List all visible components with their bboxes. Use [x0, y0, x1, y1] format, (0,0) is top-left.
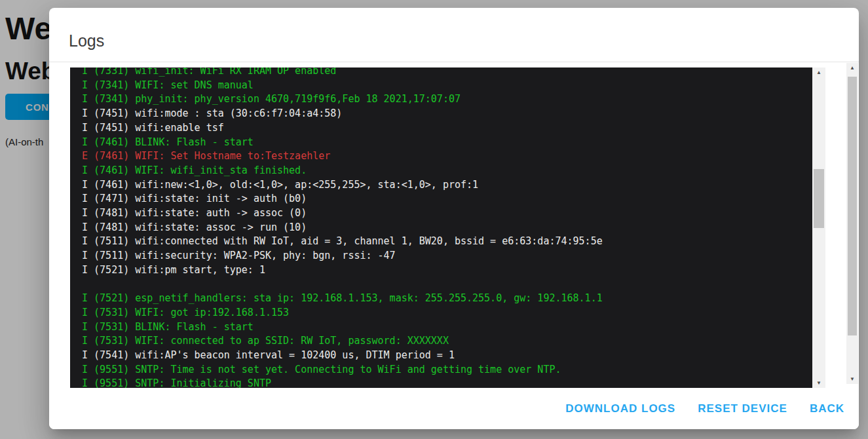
log-line: I (7461) WIFI: wifi_init_sta finished.: [82, 164, 812, 178]
log-line: I (7521) wifi:pm start, type: 1: [82, 263, 812, 278]
scroll-up-icon[interactable]: ▲: [812, 67, 825, 77]
log-line: I (7331) wifi_init: WiFi RX IRAM OP enab…: [82, 67, 812, 79]
scroll-down-icon[interactable]: ▼: [812, 378, 825, 388]
log-line: I (7451) wifi:enable tsf: [82, 121, 812, 136]
scroll-up-icon[interactable]: ▲: [846, 63, 858, 73]
log-line: I (7461) BLINK: Flash - start: [82, 136, 812, 150]
log-terminal[interactable]: I (7331) wifi_init: WiFi RX IRAM OP enab…: [70, 67, 812, 388]
log-line: I (7341) phy_init: phy_version 4670,719f…: [82, 92, 812, 107]
dialog-scrollbar-thumb[interactable]: [848, 77, 857, 335]
logs-dialog: Logs I (7331) wifi_init: WiFi RX IRAM OP…: [49, 8, 859, 429]
log-scrollbar[interactable]: ▲ ▼: [812, 67, 825, 388]
dialog-scrollbar[interactable]: ▲ ▼: [846, 63, 858, 384]
log-line: I (7521) esp_netif_handlers: sta ip: 192…: [82, 292, 812, 306]
log-line: [82, 278, 812, 292]
header-divider: [49, 62, 859, 62]
log-line: I (7451) wifi:mode : sta (30:c6:f7:04:a4…: [82, 107, 812, 121]
dialog-title: Logs: [69, 31, 104, 50]
log-line: I (7471) wifi:state: init -> auth (b0): [82, 192, 812, 206]
log-line: I (7531) WIFI: got ip:192.168.1.153: [82, 306, 812, 320]
back-button[interactable]: BACK: [810, 402, 844, 415]
log-line: I (7511) wifi:security: WPA2-PSK, phy: b…: [82, 249, 812, 263]
log-line: I (7531) WIFI: connected to ap SSID: RW …: [82, 334, 812, 349]
log-scrollbar-thumb[interactable]: [814, 169, 824, 228]
log-line: I (7531) BLINK: Flash - start: [82, 320, 812, 335]
dialog-actions: DOWNLOAD LOGS RESET DEVICE BACK: [49, 388, 859, 429]
log-line: I (7481) wifi:state: assoc -> run (10): [82, 221, 812, 235]
log-line: I (7541) wifi:AP's beacon interval = 102…: [82, 349, 812, 363]
log-line: I (9551) SNTP: Initializing SNTP: [82, 377, 812, 388]
log-line: I (7461) wifi:new:<1,0>, old:<1,0>, ap:<…: [82, 178, 812, 193]
log-line: I (7341) WIFI: set DNS manual: [82, 79, 812, 93]
log-line: I (7511) wifi:connected with RW IoT, aid…: [82, 235, 812, 249]
log-line: E (7461) WIFI: Set Hostname to:Testzaehl…: [82, 149, 812, 164]
log-output: I (7331) wifi_init: WiFi RX IRAM OP enab…: [70, 67, 812, 388]
log-line: I (9551) SNTP: Time is not set yet. Conn…: [82, 363, 812, 377]
download-logs-button[interactable]: DOWNLOAD LOGS: [565, 402, 675, 415]
scroll-down-icon[interactable]: ▼: [846, 374, 858, 384]
reset-device-button[interactable]: RESET DEVICE: [698, 402, 787, 415]
log-line: I (7481) wifi:state: auth -> assoc (0): [82, 206, 812, 221]
